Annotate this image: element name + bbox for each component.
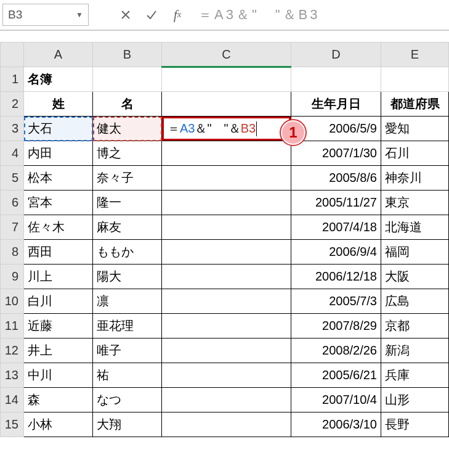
cell[interactable]: 2007/8/29 xyxy=(291,314,381,339)
cell[interactable] xyxy=(162,363,291,388)
col-header-A[interactable]: A xyxy=(24,43,93,67)
row-header[interactable]: 9 xyxy=(1,265,24,289)
cell[interactable]: 2007/4/18 xyxy=(291,215,381,240)
row-header[interactable]: 5 xyxy=(1,166,24,191)
cell[interactable]: 森 xyxy=(24,388,93,412)
header-firstname[interactable]: 名 xyxy=(93,92,162,117)
col-header-C[interactable]: C xyxy=(162,43,291,67)
row-header[interactable]: 2 xyxy=(1,92,24,117)
col-header-E[interactable]: E xyxy=(381,43,449,67)
row-header[interactable]: 6 xyxy=(1,191,24,215)
cell[interactable]: 大翔 xyxy=(93,412,162,437)
row-header[interactable]: 7 xyxy=(1,215,24,240)
cell[interactable]: 川上 xyxy=(24,265,93,289)
row-header[interactable]: 12 xyxy=(1,339,24,363)
cell[interactable]: 2006/3/10 xyxy=(291,412,381,437)
cell[interactable]: 宮本 xyxy=(24,191,93,215)
row-header[interactable]: 15 xyxy=(1,412,24,437)
cell[interactable]: 新潟 xyxy=(381,339,449,363)
cell[interactable]: 亜花理 xyxy=(93,314,162,339)
chevron-down-icon[interactable]: ▼ xyxy=(76,10,83,19)
cell[interactable] xyxy=(381,67,449,92)
cell-B3[interactable]: 健太 xyxy=(93,117,162,141)
cell[interactable] xyxy=(291,67,381,92)
row-header[interactable]: 14 xyxy=(1,388,24,412)
header-blank[interactable] xyxy=(162,92,291,117)
confirm-button[interactable] xyxy=(140,4,163,26)
cell[interactable]: 隆一 xyxy=(93,191,162,215)
cell[interactable]: 兵庫 xyxy=(381,363,449,388)
cell[interactable]: 広島 xyxy=(381,289,449,314)
cell[interactable]: 東京 xyxy=(381,191,449,215)
cell-A3[interactable]: 大石 xyxy=(24,117,93,141)
cell[interactable] xyxy=(162,265,291,289)
cell[interactable]: 2008/2/26 xyxy=(291,339,381,363)
cell[interactable]: 中川 xyxy=(24,363,93,388)
select-all-corner[interactable] xyxy=(1,43,24,67)
cell[interactable]: 2006/9/4 xyxy=(291,240,381,265)
formula-input[interactable]: ＝A3＆" "＆B3 xyxy=(192,6,447,24)
cell[interactable]: 長野 xyxy=(381,412,449,437)
cell[interactable]: 小林 xyxy=(24,412,93,437)
cell[interactable]: 大阪 xyxy=(381,265,449,289)
cell[interactable]: 博之 xyxy=(93,141,162,166)
cell[interactable] xyxy=(162,166,291,191)
cell[interactable] xyxy=(93,67,162,92)
header-prefecture[interactable]: 都道府県 xyxy=(381,92,449,117)
row-header[interactable]: 10 xyxy=(1,289,24,314)
header-birthdate[interactable]: 生年月日 xyxy=(291,92,381,117)
header-surname[interactable]: 姓 xyxy=(24,92,93,117)
cell[interactable]: 山形 xyxy=(381,388,449,412)
cell[interactable]: 福岡 xyxy=(381,240,449,265)
cell[interactable]: 井上 xyxy=(24,339,93,363)
grid[interactable]: A B C D E 1 名簿 2 姓 名 生年月日 都道府県 3 大石 健太 ＝… xyxy=(0,42,449,437)
cell[interactable] xyxy=(162,314,291,339)
row-header[interactable]: 4 xyxy=(1,141,24,166)
cell[interactable]: 北海道 xyxy=(381,215,449,240)
cell[interactable]: 麻友 xyxy=(93,215,162,240)
row-header[interactable]: 1 xyxy=(1,67,24,92)
row-header[interactable]: 8 xyxy=(1,240,24,265)
cell[interactable] xyxy=(162,339,291,363)
cell[interactable]: 佐々木 xyxy=(24,215,93,240)
cell[interactable] xyxy=(162,141,291,166)
cell[interactable]: 2007/1/30 xyxy=(291,141,381,166)
cell[interactable]: 石川 xyxy=(381,141,449,166)
cell[interactable] xyxy=(162,412,291,437)
cell[interactable] xyxy=(162,240,291,265)
col-header-B[interactable]: B xyxy=(93,43,162,67)
row-header[interactable]: 13 xyxy=(1,363,24,388)
cell[interactable] xyxy=(162,191,291,215)
cancel-button[interactable] xyxy=(115,4,137,26)
cell[interactable]: なつ xyxy=(93,388,162,412)
cell[interactable]: ももか xyxy=(93,240,162,265)
cell[interactable] xyxy=(162,289,291,314)
cell-C3-editing[interactable]: ＝ A3 ＆" "＆ B3 xyxy=(162,117,291,141)
cell[interactable]: 凛 xyxy=(93,289,162,314)
cell[interactable]: 唯子 xyxy=(93,339,162,363)
cell[interactable]: 陽大 xyxy=(93,265,162,289)
cell[interactable]: 祐 xyxy=(93,363,162,388)
cell[interactable]: 2006/12/18 xyxy=(291,265,381,289)
row-header[interactable]: 3 xyxy=(1,117,24,141)
cell[interactable]: 2005/8/6 xyxy=(291,166,381,191)
row-header[interactable]: 11 xyxy=(1,314,24,339)
cell[interactable]: 白川 xyxy=(24,289,93,314)
cell[interactable]: 西田 xyxy=(24,240,93,265)
cell-E3[interactable]: 愛知 xyxy=(381,117,449,141)
cell[interactable] xyxy=(162,67,291,92)
cell[interactable] xyxy=(162,388,291,412)
cell[interactable] xyxy=(162,215,291,240)
cell[interactable]: 2005/7/3 xyxy=(291,289,381,314)
col-header-D[interactable]: D xyxy=(291,43,381,67)
name-box[interactable]: B3 ▼ xyxy=(2,4,89,26)
cell-editor[interactable]: ＝ A3 ＆" "＆ B3 xyxy=(162,117,291,141)
fx-button[interactable]: fx xyxy=(166,4,188,26)
cell[interactable]: 2005/6/21 xyxy=(291,363,381,388)
cell[interactable]: 内田 xyxy=(24,141,93,166)
cell[interactable]: 近藤 xyxy=(24,314,93,339)
title-cell[interactable]: 名簿 xyxy=(24,67,93,92)
cell[interactable]: 京都 xyxy=(381,314,449,339)
cell[interactable]: 2007/10/4 xyxy=(291,388,381,412)
cell[interactable]: 2005/11/27 xyxy=(291,191,381,215)
